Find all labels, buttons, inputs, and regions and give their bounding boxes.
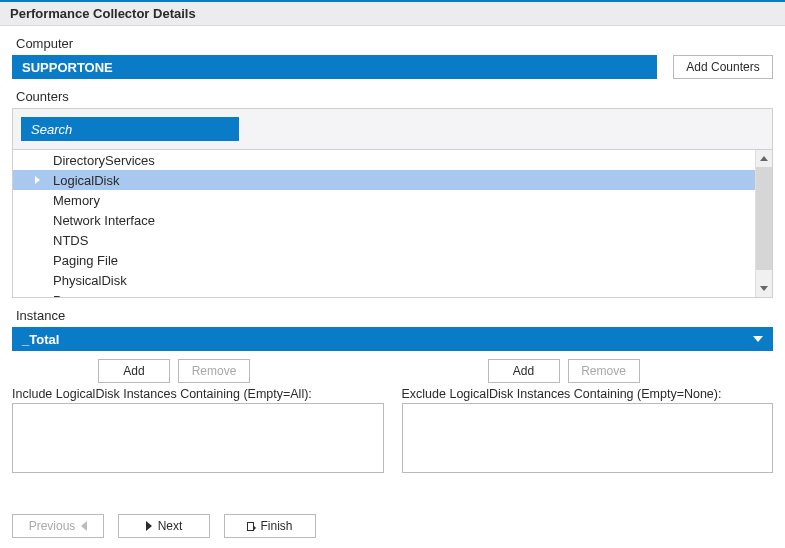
counter-item[interactable]: PhysicalDisk	[13, 270, 755, 290]
counters-label: Counters	[16, 89, 773, 104]
instance-label: Instance	[16, 308, 773, 323]
include-label: Include LogicalDisk Instances Containing…	[12, 387, 384, 401]
chevron-up-icon	[760, 156, 768, 161]
instance-value: _Total	[22, 332, 59, 347]
finish-button[interactable]: Finish	[224, 514, 316, 538]
exclude-remove-button[interactable]: Remove	[568, 359, 640, 383]
chevron-down-icon	[753, 336, 763, 342]
previous-label: Previous	[29, 519, 76, 533]
counter-item[interactable]: Paging File	[13, 250, 755, 270]
panel-title: Performance Collector Details	[0, 2, 785, 26]
computer-label: Computer	[16, 36, 773, 51]
performance-collector-panel: Performance Collector Details Computer S…	[0, 0, 785, 548]
triangle-right-icon	[146, 521, 152, 531]
finish-label: Finish	[260, 519, 292, 533]
scroll-up-button[interactable]	[756, 150, 772, 167]
triangle-left-icon	[81, 521, 87, 531]
scrollbar[interactable]	[755, 150, 772, 297]
counter-item[interactable]: Process	[13, 290, 755, 297]
computer-value: SUPPORTONE	[12, 55, 657, 79]
include-listbox[interactable]	[12, 403, 384, 473]
counter-item[interactable]: LogicalDisk	[13, 170, 755, 190]
exclude-add-button[interactable]: Add	[488, 359, 560, 383]
instance-select[interactable]: _Total	[12, 327, 773, 351]
exclude-label: Exclude LogicalDisk Instances Containing…	[402, 387, 774, 401]
add-counters-button[interactable]: Add Counters	[673, 55, 773, 79]
counters-tree[interactable]: DirectoryServicesLogicalDiskMemoryNetwor…	[13, 150, 755, 297]
counter-item[interactable]: Memory	[13, 190, 755, 210]
counter-item[interactable]: DirectoryServices	[13, 150, 755, 170]
next-button[interactable]: Next	[118, 514, 210, 538]
next-label: Next	[158, 519, 183, 533]
include-add-button[interactable]: Add	[98, 359, 170, 383]
counter-item[interactable]: NTDS	[13, 230, 755, 250]
finish-icon	[247, 522, 254, 531]
scroll-thumb[interactable]	[756, 167, 772, 270]
exclude-listbox[interactable]	[402, 403, 774, 473]
chevron-down-icon	[760, 286, 768, 291]
include-remove-button[interactable]: Remove	[178, 359, 250, 383]
search-input[interactable]	[21, 117, 239, 141]
counter-item[interactable]: Network Interface	[13, 210, 755, 230]
counters-box: DirectoryServicesLogicalDiskMemoryNetwor…	[12, 108, 773, 298]
scroll-down-button[interactable]	[756, 280, 772, 297]
previous-button[interactable]: Previous	[12, 514, 104, 538]
